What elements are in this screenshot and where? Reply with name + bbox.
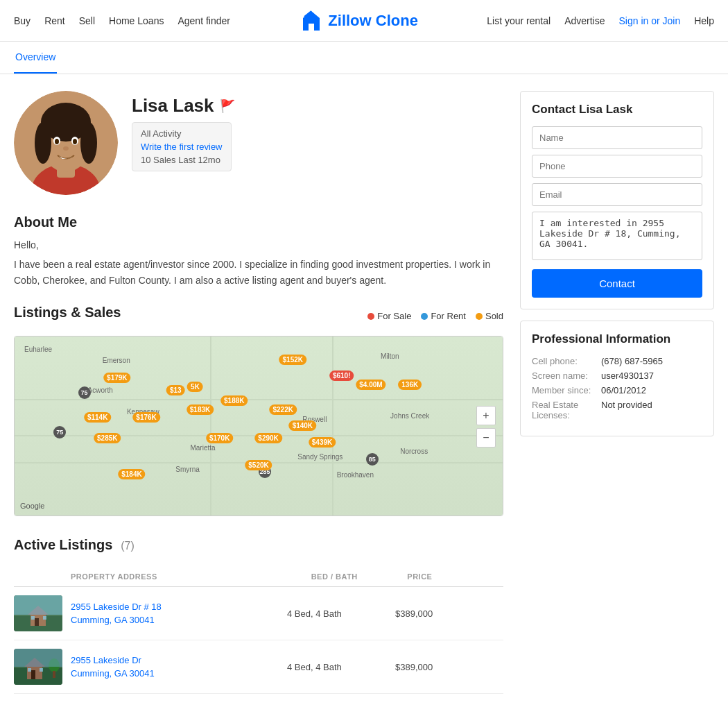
price-pin[interactable]: $184K [118,469,145,479]
price-pin[interactable]: $4.00M [356,380,385,390]
listing-addr-city-2[interactable]: Cumming, GA 30041 [71,667,287,681]
header-right: List your rental Advertise Sign in or Jo… [487,15,714,26]
for-sale-dot [367,313,374,320]
price-pin[interactable]: $285K [94,433,121,443]
price-pin[interactable]: $610! [329,370,354,381]
contact-card: Contact Lisa Lask I am interested in 295… [520,91,714,309]
col-header-price: PRICE [407,572,503,581]
sold-label: Sold [485,311,503,321]
contact-email-input[interactable] [532,183,702,206]
left-column: Lisa Lask 🚩 All Activity Write the first… [14,91,503,694]
write-review-link[interactable]: Write the first review [141,142,223,152]
price-pin[interactable]: $188K [220,395,248,406]
listing-price-1: $389,000 [395,608,503,619]
listing-bed-bath-2: 4 Bed, 4 Bath [287,662,395,672]
pro-cell-phone-value: (678) 687-5965 [601,356,663,366]
help-link[interactable]: Help [694,15,714,26]
sign-in-link[interactable]: Sign in or Join [618,15,680,26]
for-rent-label: For Rent [431,311,466,321]
header: Buy Rent Sell Home Loans Agent finder Zi… [0,0,728,42]
svg-point-12 [73,139,77,144]
flag-icon[interactable]: 🚩 [220,99,235,114]
price-pin[interactable]: $183K [187,404,214,415]
map-label-smyrna: Smyrna [175,466,199,473]
listing-row: 2955 Lakeside Dr # 18 Cumming, GA 30041 … [14,587,503,640]
table-header: PROPERTY ADDRESS BED / BATH PRICE [14,567,503,587]
sold-dot [476,313,483,320]
svg-point-13 [63,146,69,151]
pro-real-estate-label: Real Estate Licenses: [532,400,601,420]
price-pin[interactable]: 136K [398,380,422,390]
advertise-link[interactable]: Advertise [564,15,605,26]
contact-submit-button[interactable]: Contact [532,269,702,298]
contact-phone-input[interactable] [532,155,702,178]
main-nav: Buy Rent Sell Home Loans Agent finder [14,15,230,26]
about-title: About Me [14,214,503,230]
col-header-bed: BED / BATH [311,572,408,581]
contact-card-title: Contact Lisa Lask [532,103,702,117]
svg-rect-31 [14,649,62,667]
listings-sales-header: Listings & Sales For Sale For Rent Sold [14,305,503,327]
profile-info: Lisa Lask 🚩 All Activity Write the first… [132,91,235,171]
price-pin[interactable]: $114K [84,412,111,423]
listings-sales-section: Listings & Sales For Sale For Rent Sold [14,305,503,516]
listing-address-2: 2955 Lakeside Dr Cumming, GA 30041 [71,654,287,681]
about-body: I have been a real estate agent/investor… [14,257,503,288]
listings-sales-title: Listings & Sales [14,305,121,321]
profile-header: Lisa Lask 🚩 All Activity Write the first… [14,91,503,195]
about-hello: Hello, [14,237,503,253]
nav-buy[interactable]: Buy [14,15,31,26]
for-sale-label: For Sale [377,311,411,321]
listing-row: 2955 Lakeside Dr Cumming, GA 30041 4 Bed… [14,640,503,694]
price-pin[interactable]: $170K [206,433,233,443]
map-label-acworth: Acworth [88,386,113,394]
listings-map[interactable]: 75 75 85 285 Euharlee Emerson Milton Acw… [14,336,503,516]
activity-label: All Activity [141,128,223,139]
listing-addr-link-2[interactable]: 2955 Lakeside Dr [71,654,287,667]
svg-rect-19 [31,616,35,620]
pro-screen-name-row: Screen name: user4930137 [532,370,702,381]
map-label-emerson: Emerson [103,357,130,364]
tab-overview[interactable]: Overview [14,42,57,74]
col-header-address: PROPERTY ADDRESS [14,572,311,581]
contact-name-input[interactable] [532,126,702,149]
listing-addr-city-1[interactable]: Cumming, GA 30041 [71,613,287,627]
nav-rent[interactable]: Rent [44,15,65,26]
price-pin[interactable]: $222K [269,404,296,415]
price-pin[interactable]: $176K [132,412,159,423]
price-pin[interactable]: 5K [187,382,203,392]
price-pin[interactable]: $439K [309,437,336,448]
nav-agent-finder[interactable]: Agent finder [177,15,230,26]
map-zoom-out[interactable]: − [476,428,496,448]
active-listings-title: Active Listings [14,537,112,553]
activity-badge: All Activity Write the first review 10 S… [132,122,232,171]
list-rental-link[interactable]: List your rental [487,15,551,26]
pro-info-title: Professional Information [532,332,702,346]
contact-message-input[interactable]: I am interested in 2955 Lakeside Dr # 18… [532,212,702,260]
map-label-brookhaven: Brookhaven [337,471,374,479]
for-rent-dot [421,313,428,320]
nav-sell[interactable]: Sell [79,15,95,26]
price-pin[interactable]: $140K [289,420,316,431]
site-logo[interactable]: Zillow Clone [299,8,418,33]
pro-member-since-label: Member since: [532,385,601,395]
svg-rect-21 [14,595,62,615]
nav-home-loans[interactable]: Home Loans [109,15,164,26]
listing-address-1: 2955 Lakeside Dr # 18 Cumming, GA 30041 [71,600,287,627]
map-zoom-in[interactable]: + [476,406,496,425]
about-section: About Me Hello, I have been a real estat… [14,214,503,288]
svg-rect-18 [35,618,39,626]
price-pin[interactable]: $179K [103,373,130,383]
svg-rect-20 [43,616,46,620]
listing-addr-link-1[interactable]: 2955 Lakeside Dr # 18 [71,600,287,614]
map-label-johns-creek: Johns Creek [390,412,429,420]
right-column: Contact Lisa Lask I am interested in 295… [520,91,714,694]
map-label-euharlee: Euharlee [24,346,52,353]
pro-member-since-row: Member since: 06/01/2012 [532,385,702,395]
main-content: Lisa Lask 🚩 All Activity Write the first… [0,74,728,707]
pro-screen-name-value: user4930137 [601,370,654,381]
price-pin[interactable]: $152K [279,355,306,365]
price-pin[interactable]: $520K [245,460,272,470]
price-pin[interactable]: $290K [254,433,281,443]
price-pin[interactable]: $13 [166,385,185,395]
